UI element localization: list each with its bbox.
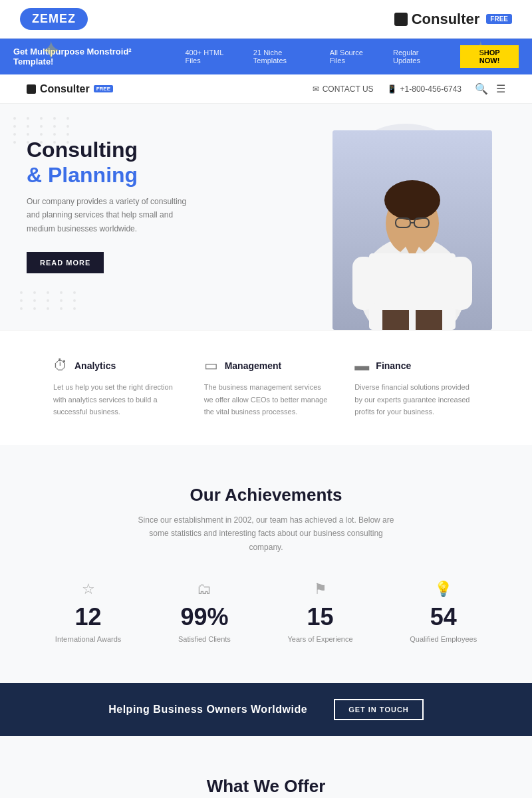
stat-employees-number: 54 [410, 603, 477, 631]
consulter-logo-top: Consulter FREE [394, 11, 512, 28]
phone-number: +1-800-456-6743 [400, 84, 462, 94]
nav-contact[interactable]: ✉ CONTACT US [313, 84, 374, 94]
hero-left: Consulting & Planning Our company provid… [0, 104, 293, 330]
svg-rect-11 [352, 257, 376, 310]
nav-consulter-label: Consulter [40, 83, 90, 95]
hero-right [293, 104, 532, 330]
finance-title: Finance [376, 360, 411, 371]
achievements-section: Our Achievements Since our establishment… [0, 445, 532, 683]
management-icon: ▭ [204, 357, 218, 374]
bulb-icon: 💡 [410, 581, 477, 598]
nav-icons: 🔍 ☰ [475, 82, 505, 95]
hero-title-accent: & Planning [27, 162, 266, 188]
folder-icon: 🗂 [178, 581, 231, 598]
stat-experience-number: 15 [288, 603, 353, 631]
cta-text: Helping Business Owners Worldwide [108, 704, 307, 716]
dots-decoration-top [13, 117, 74, 144]
top-branding-bar: ZEMEZ Consulter FREE [0, 0, 532, 39]
nav-logo: Consulter FREE [27, 83, 113, 95]
stat-employees: 💡 54 Qualified Employees [410, 581, 477, 643]
phone-icon: 📱 [387, 84, 397, 94]
stat-awards-number: 12 [55, 603, 121, 631]
decoration-left: ✦ [40, 39, 63, 66]
promo-stat2: 21 Niche Templates [253, 49, 317, 65]
offer-title: What We Offer [27, 776, 505, 797]
promo-text: Get Multipurpose Monstroid² Template! [13, 47, 172, 66]
hero-title: Consulting & Planning [27, 137, 266, 188]
svg-point-5 [384, 180, 440, 220]
nav-phone[interactable]: 📱 +1-800-456-6743 [387, 84, 462, 94]
finance-desc: Diverse financial solutions provided by … [354, 381, 479, 418]
service-management: ▭ Management The business management ser… [191, 357, 342, 418]
finance-icon: ▬ [354, 357, 369, 374]
achievements-title: Our Achievements [27, 485, 505, 505]
analytics-icon-row: ⏱ Analytics [53, 357, 178, 374]
nav-right: ✉ CONTACT US 📱 +1-800-456-6743 🔍 ☰ [313, 82, 505, 95]
stat-clients-number: 99% [178, 603, 231, 631]
nav-square-icon [27, 84, 36, 94]
stat-experience-label: Years of Experience [288, 635, 353, 643]
star-icon: ☆ [55, 581, 121, 598]
read-more-button[interactable]: READ MORE [27, 252, 104, 273]
svg-rect-12 [449, 257, 472, 310]
decoration-right: ✦ [469, 39, 492, 66]
management-title: Management [225, 360, 282, 371]
zemez-logo[interactable]: ZEMEZ [20, 8, 88, 30]
analytics-icon: ⏱ [53, 357, 68, 374]
stat-clients: 🗂 99% Satisfied Clients [178, 581, 231, 643]
svg-rect-13 [382, 310, 409, 330]
cta-banner: Helping Business Owners Worldwide GET IN… [0, 683, 532, 736]
promo-stat3: All Source Files [330, 49, 380, 65]
services-strip: ⏱ Analytics Let us help you set the righ… [0, 330, 532, 445]
dots-decoration-bottom [20, 291, 81, 310]
consulter-title: Consulter [412, 11, 480, 28]
stats-row: ☆ 12 International Awards 🗂 99% Satisfie… [27, 581, 505, 643]
svg-rect-10 [369, 253, 456, 330]
stat-employees-label: Qualified Employees [410, 635, 477, 643]
management-icon-row: ▭ Management [204, 357, 329, 374]
finance-icon-row: ▬ Finance [354, 357, 479, 374]
stat-awards: ☆ 12 International Awards [55, 581, 121, 643]
stat-clients-label: Satisfied Clients [178, 635, 231, 643]
promo-stats: 400+ HTML Files 21 Niche Templates All S… [186, 49, 448, 65]
contact-label: CONTACT US [323, 84, 374, 94]
free-badge: FREE [486, 14, 512, 24]
achievements-subtitle: Since our establishment in 2002, our tea… [133, 513, 399, 554]
analytics-title: Analytics [74, 360, 116, 371]
promo-stat4: Regular Updates [393, 49, 447, 65]
square-icon [394, 13, 408, 26]
nav-free-badge: FREE [94, 85, 113, 92]
navbar: Consulter FREE ✉ CONTACT US 📱 +1-800-456… [0, 74, 532, 104]
flag-icon: ⚑ [288, 581, 353, 598]
search-icon[interactable]: 🔍 [475, 82, 488, 95]
envelope-icon: ✉ [313, 84, 319, 94]
svg-rect-14 [416, 310, 442, 330]
hero-section: Consulting & Planning Our company provid… [0, 104, 532, 330]
management-desc: The business management services we offe… [204, 381, 329, 418]
stat-awards-label: International Awards [55, 635, 121, 643]
get-in-touch-button[interactable]: GET IN TOUCH [334, 699, 424, 720]
promo-banner: ✦ Get Multipurpose Monstroid² Template! … [0, 39, 532, 74]
stat-experience: ⚑ 15 Years of Experience [288, 581, 353, 643]
service-analytics: ⏱ Analytics Let us help you set the righ… [40, 357, 191, 418]
hamburger-menu-icon[interactable]: ☰ [496, 82, 505, 95]
hero-subtitle: Our company provides a variety of consul… [27, 195, 193, 235]
offer-section: What We Offer ⚡ Market Analysis This ser… [0, 736, 532, 798]
promo-stat1: 400+ HTML Files [186, 49, 240, 65]
hero-person-image [332, 130, 492, 330]
service-finance: ▬ Finance Diverse financial solutions pr… [341, 357, 492, 418]
analytics-desc: Let us help you set the right direction … [53, 381, 178, 418]
